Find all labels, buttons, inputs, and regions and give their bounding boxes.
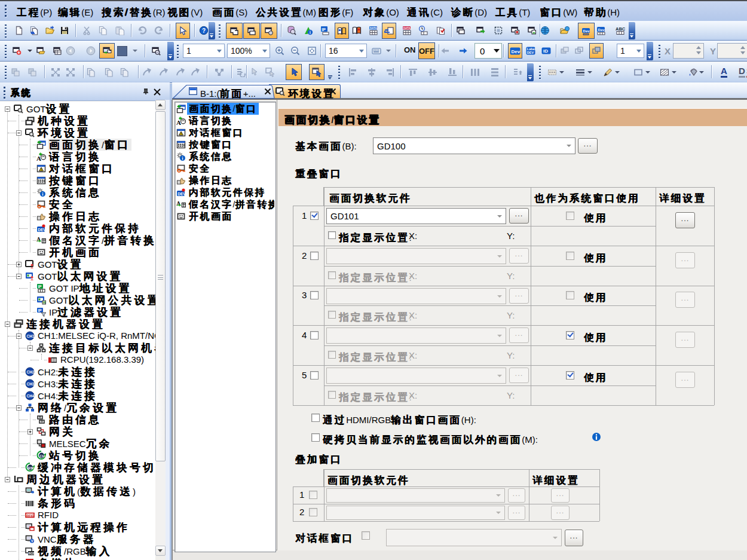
svg-text:DATA: DATA [403,27,411,30]
svg-text:?: ? [202,27,206,34]
svg-text:DEV: DEV [527,51,534,54]
svg-text:DATA: DATA [370,27,378,30]
svg-text:Dev: Dev [598,28,605,32]
svg-text:ABC: ABC [616,26,625,32]
svg-text:Dev: Dev [583,29,590,32]
svg-text:ID: ID [543,48,548,54]
svg-text:Dev: Dev [512,48,521,54]
svg-text:IP: IP [322,27,326,32]
